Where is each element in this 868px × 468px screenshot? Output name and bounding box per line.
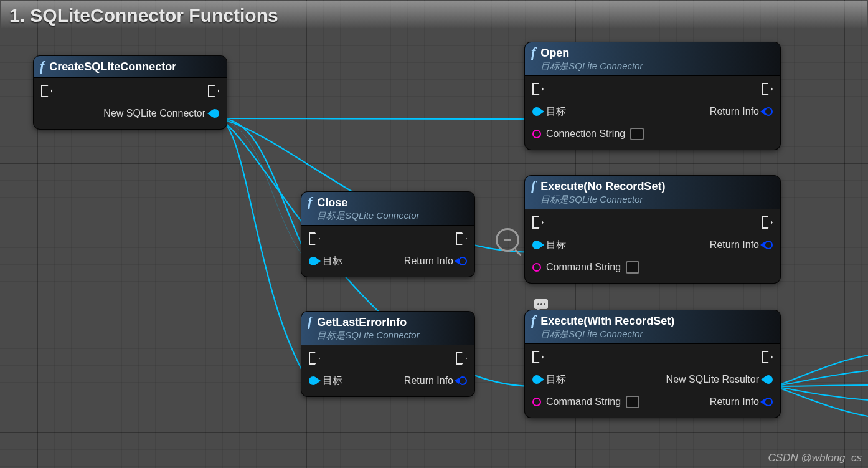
watermark-text: CSDN @wblong_cs [768,452,862,464]
node-subtitle: 目标是SQLite Connector [540,328,674,340]
exec-in-pin[interactable] [532,351,544,363]
exec-out-pin[interactable] [762,216,773,229]
input-target[interactable]: 目标 [532,239,566,252]
node-header[interactable]: f Open 目标是SQLite Connector [525,42,780,76]
exec-out-pin[interactable] [456,232,467,245]
input-target[interactable]: 目标 [309,375,342,388]
node-header[interactable]: f Execute(With RecordSet) 目标是SQLite Conn… [525,310,780,344]
node-title: Execute(With RecordSet) [540,314,674,328]
pin-label: 目标 [323,255,342,268]
output-return-info[interactable]: Return Info [710,106,773,117]
pin-label: Return Info [710,106,759,117]
node-title: Close [317,196,419,209]
string-input-box[interactable] [630,128,644,140]
section-header: 1. SQLiteConnector Functions [1,1,867,28]
node-body: 目标 Return Info [301,226,474,277]
pin-label: New SQLite Connector [103,108,205,119]
function-icon: f [308,315,312,328]
node-subtitle: 目标是SQLite Connector [540,60,643,72]
node-header[interactable]: f CreateSQLiteConnector [34,56,227,78]
function-icon: f [531,314,535,327]
exec-out-pin[interactable] [456,352,467,365]
string-input-box[interactable] [626,396,639,408]
pin-label: Return Info [404,255,453,267]
output-return-info[interactable]: Return Info [404,375,467,386]
node-title: GetLastErrorInfo [317,315,419,329]
output-new-resultor[interactable]: New SQLite Resultor [666,374,773,385]
node-subtitle: 目标是SQLite Connector [540,194,665,205]
node-execute-with-recordset[interactable]: f Execute(With RecordSet) 目标是SQLite Conn… [525,310,780,418]
pin-label: Return Info [404,375,453,386]
comment-bubble-icon[interactable] [534,299,548,309]
exec-in-pin[interactable] [41,85,52,97]
pin-label: Command String [546,396,621,408]
node-execute-no-recordset[interactable]: f Execute(No RecordSet) 目标是SQLite Connec… [525,176,780,283]
node-open[interactable]: f Open 目标是SQLite Connector 目标 Return Inf… [525,42,780,150]
node-get-last-error-info[interactable]: f GetLastErrorInfo 目标是SQLite Connector 目… [301,312,474,396]
pin-label: 目标 [546,105,566,118]
string-input-box[interactable] [626,261,639,274]
output-return-info[interactable]: Return Info [404,255,467,267]
section-title-text: 1. SQLiteConnector Functions [9,5,278,26]
node-create-sqlite-connector[interactable]: f CreateSQLiteConnector New SQLite Conne… [34,56,227,129]
function-icon: f [531,46,535,59]
pin-label: 目标 [546,239,566,252]
node-title: CreateSQLiteConnector [49,60,176,74]
node-body: 目标 Return Info Command String [525,209,780,283]
exec-in-pin[interactable] [532,83,544,95]
input-target[interactable]: 目标 [532,373,566,386]
pin-label: 目标 [546,373,566,386]
exec-out-pin[interactable] [208,85,219,97]
node-close[interactable]: f Close 目标是SQLite Connector 目标 Return In… [301,192,474,277]
pin-label: Return Info [710,396,759,408]
node-header[interactable]: f Execute(No RecordSet) 目标是SQLite Connec… [525,176,780,209]
output-return-info[interactable]: Return Info [710,396,773,408]
pin-label: Connection String [546,128,625,140]
node-title: Open [540,46,643,60]
node-subtitle: 目标是SQLite Connector [317,330,419,341]
node-subtitle: 目标是SQLite Connector [317,210,419,221]
input-command-string[interactable]: Command String [532,261,639,274]
input-target[interactable]: 目标 [309,255,342,268]
output-new-connector[interactable]: New SQLite Connector [103,108,219,119]
function-icon: f [40,60,44,72]
pin-label: 目标 [323,375,342,388]
input-command-string[interactable]: Command String [532,396,639,408]
node-title: Execute(No RecordSet) [540,179,665,193]
node-body: 目标 Return Info Connection String [525,76,780,150]
node-header[interactable]: f Close 目标是SQLite Connector [301,192,474,226]
pin-label: Return Info [710,239,759,251]
zoom-out-icon[interactable]: − [496,228,519,252]
function-icon: f [308,196,312,208]
node-body: 目标 Return Info [301,345,474,396]
node-body: 目标 New SQLite Resultor Command String Re… [525,344,780,418]
node-header[interactable]: f GetLastErrorInfo 目标是SQLite Connector [301,312,474,345]
exec-out-pin[interactable] [762,83,773,95]
exec-in-pin[interactable] [309,232,320,245]
exec-in-pin[interactable] [532,216,544,229]
output-return-info[interactable]: Return Info [710,239,773,251]
exec-out-pin[interactable] [762,351,773,363]
blueprint-canvas[interactable]: 1. SQLiteConnector Functions [0,0,868,468]
pin-label: New SQLite Resultor [666,374,759,385]
exec-in-pin[interactable] [309,352,320,365]
pin-label: Command String [546,262,621,273]
input-connection-string[interactable]: Connection String [532,128,644,140]
function-icon: f [531,179,535,192]
node-body: New SQLite Connector [34,78,227,129]
input-target[interactable]: 目标 [532,105,566,118]
